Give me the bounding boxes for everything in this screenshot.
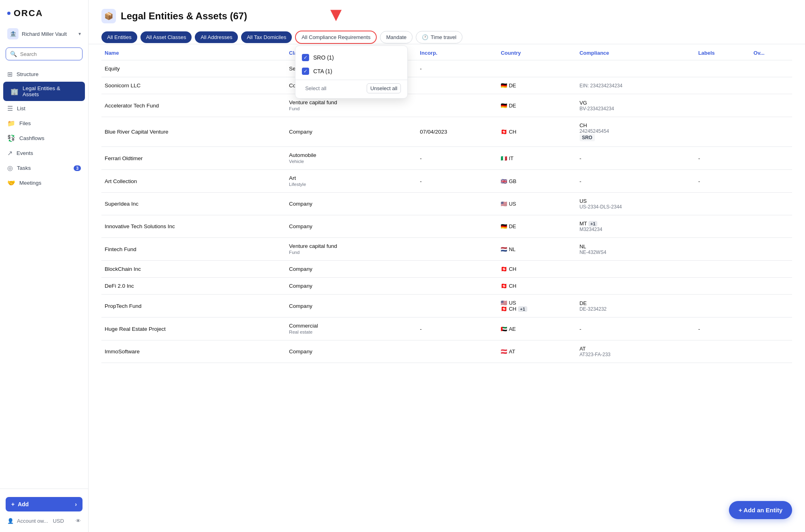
table-row[interactable]: Innovative Tech Solutions Inc Company 🇩🇪… — [101, 215, 792, 238]
filter-all-tax-domiciles[interactable]: All Tax Domiciles — [241, 31, 292, 43]
row-class: Company — [286, 295, 417, 318]
row-overview — [750, 318, 792, 340]
row-country — [497, 60, 576, 77]
dropdown-item-cta[interactable]: ✓ CTA (1) — [295, 64, 407, 78]
row-incorp: 07/04/2023 — [417, 117, 497, 147]
search-box[interactable]: 🔍 — [6, 47, 83, 60]
row-incorp — [417, 215, 497, 238]
table-header-row: Name Class Incorp. Country Compliance La… — [101, 44, 792, 60]
row-country: 🇺🇸US 🇨🇭CH +1 — [497, 295, 576, 318]
search-icon: 🔍 — [10, 51, 17, 57]
row-class: Company — [286, 340, 417, 363]
row-compliance: USUS-2334-DLS-2344 — [576, 193, 695, 215]
table-row[interactable]: Equity Security - — [101, 60, 792, 77]
row-compliance: ATAT323-FA-233 — [576, 340, 695, 363]
row-class: Venture capital fundFund — [286, 238, 417, 261]
sidebar-item-tasks[interactable]: ◎ Tasks 3 — [0, 161, 88, 175]
dropdown-actions: Select all Unselect all — [295, 80, 407, 95]
row-incorp — [417, 94, 497, 117]
row-compliance — [576, 278, 695, 295]
row-incorp — [417, 261, 497, 278]
row-country: 🇩🇪DE — [497, 77, 576, 94]
main-content: 📦 Legal Entities & Assets (67) All Entit… — [89, 0, 805, 532]
row-labels — [695, 340, 750, 363]
structure-icon: ⊞ — [7, 70, 12, 78]
cta-checkbox[interactable]: ✓ — [302, 68, 309, 75]
row-overview — [750, 278, 792, 295]
row-incorp: - — [417, 318, 497, 340]
unselect-all-button[interactable]: Unselect all — [367, 83, 401, 93]
row-country: 🇨🇭CH — [497, 117, 576, 147]
dropdown-item-sro[interactable]: ✓ SRO (1) — [295, 51, 407, 64]
table-row[interactable]: Huge Real Estate Project CommercialReal … — [101, 318, 792, 340]
row-compliance: DEDE-3234232 — [576, 295, 695, 318]
sidebar-item-label: List — [17, 105, 25, 111]
table-row[interactable]: SuperIdea Inc Company 🇺🇸US USUS-2334-DLS… — [101, 193, 792, 215]
sidebar-item-structure[interactable]: ⊞ Structure — [0, 67, 88, 82]
filter-time-travel[interactable]: 🕐 Time travel — [416, 31, 462, 43]
row-overview — [750, 215, 792, 238]
row-name: Ferrari Oldtimer — [101, 147, 286, 170]
filter-all-asset-classes[interactable]: All Asset Classes — [140, 31, 192, 43]
filter-all-compliance[interactable]: All Compliance Requirements — [295, 31, 377, 44]
sidebar: ORCA 🏦 Richard Miller Vault ▾ 🔍 ⊞ Struct… — [0, 0, 89, 532]
row-overview — [750, 170, 792, 193]
filter-all-entities[interactable]: All Entities — [101, 31, 137, 43]
table-row[interactable]: ImmoSoftware Company 🇦🇹AT ATAT323-FA-233 — [101, 340, 792, 363]
select-all-button[interactable]: Select all — [302, 83, 330, 93]
sidebar-item-events[interactable]: ↗ Events — [0, 146, 88, 161]
sidebar-item-cashflows[interactable]: 💱 Cashflows — [0, 131, 88, 146]
filter-tabs: All Entities All Asset Classes All Addre… — [101, 31, 792, 44]
table-row[interactable]: Ferrari Oldtimer AutomobileVehicle - 🇮🇹I… — [101, 147, 792, 170]
add-entity-button[interactable]: + Add an Entity — [729, 501, 792, 519]
vault-selector[interactable]: 🏦 Richard Miller Vault ▾ — [0, 25, 88, 43]
currency-label: USD — [53, 518, 64, 524]
search-input[interactable] — [20, 51, 78, 57]
events-icon: ↗ — [7, 149, 12, 157]
sro-checkbox[interactable]: ✓ — [302, 54, 309, 61]
table-row[interactable]: Blue River Capital Venture Company 07/04… — [101, 117, 792, 147]
row-name: Art Collection — [101, 170, 286, 193]
cashflows-icon: 💱 — [7, 134, 15, 142]
filter-mandate[interactable]: Mandate — [380, 31, 413, 43]
row-compliance — [576, 261, 695, 278]
table-row[interactable]: Fintech Fund Venture capital fundFund 🇳🇱… — [101, 238, 792, 261]
row-compliance: VGBV-2334234234 — [576, 94, 695, 117]
row-name: Accelerator Tech Fund — [101, 94, 286, 117]
add-button[interactable]: + Add › — [6, 497, 83, 511]
row-incorp — [417, 295, 497, 318]
row-country: 🇬🇧GB — [497, 170, 576, 193]
sidebar-item-label: Cashflows — [19, 135, 44, 141]
table-row[interactable]: Art Collection ArtLifestyle - 🇬🇧GB - - — [101, 170, 792, 193]
row-name: DeFi 2.0 Inc — [101, 278, 286, 295]
row-name: Blue River Capital Venture — [101, 117, 286, 147]
cta-label: CTA (1) — [313, 68, 332, 74]
row-country: 🇩🇪DE — [497, 94, 576, 117]
row-name: PropTech Fund — [101, 295, 286, 318]
row-country: 🇨🇭CH — [497, 278, 576, 295]
row-class: AutomobileVehicle — [286, 147, 417, 170]
sidebar-item-label: Legal Entities & Assets — [23, 85, 78, 97]
compliance-dropdown-container: ▼ All Compliance Requirements ✓ SRO (1) … — [295, 31, 377, 44]
table-row[interactable]: DeFi 2.0 Inc Company 🇨🇭CH — [101, 278, 792, 295]
table-row[interactable]: Accelerator Tech Fund Venture capital fu… — [101, 94, 792, 117]
sidebar-item-label: Files — [19, 120, 31, 126]
sidebar-item-legal-entities[interactable]: 🏢 Legal Entities & Assets — [3, 82, 85, 101]
sidebar-item-meetings[interactable]: 🤝 Meetings — [0, 175, 88, 190]
tasks-badge: 3 — [74, 165, 81, 171]
row-compliance: NLNE-432WS4 — [576, 238, 695, 261]
list-icon: ☰ — [7, 105, 13, 112]
sidebar-item-files[interactable]: 📁 Files — [0, 116, 88, 131]
filter-all-addresses[interactable]: All Addresses — [195, 31, 238, 43]
sidebar-item-list[interactable]: ☰ List — [0, 101, 88, 116]
row-class: Company — [286, 278, 417, 295]
row-class: Company — [286, 261, 417, 278]
table-row[interactable]: Soonicorn LLC Company 🇩🇪DE EIN: 23423423… — [101, 77, 792, 94]
row-name: Fintech Fund — [101, 238, 286, 261]
table-row[interactable]: BlockChain Inc Company 🇨🇭CH — [101, 261, 792, 278]
col-compliance: Compliance — [576, 44, 695, 60]
row-country: 🇨🇭CH — [497, 261, 576, 278]
table-row[interactable]: PropTech Fund Company 🇺🇸US 🇨🇭CH +1 DEDE-… — [101, 295, 792, 318]
page-icon: 📦 — [101, 9, 116, 23]
row-labels — [695, 238, 750, 261]
